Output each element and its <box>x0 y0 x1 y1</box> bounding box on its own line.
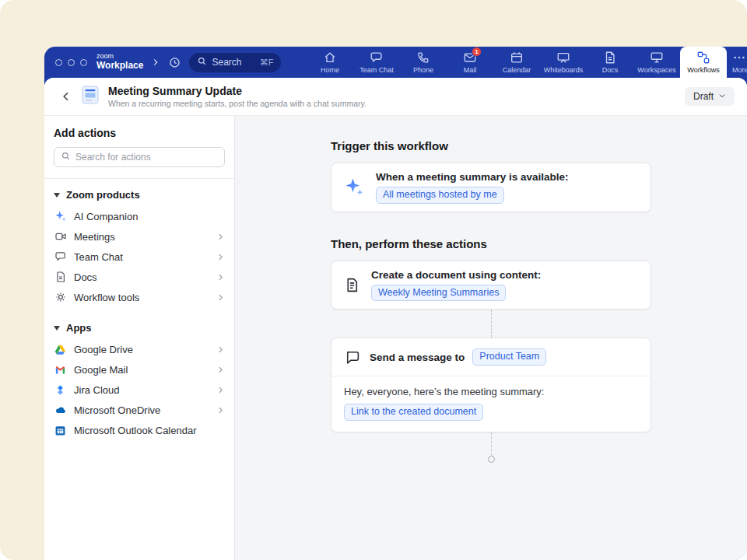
section-zoom-products[interactable]: Zoom products <box>44 182 234 206</box>
status-badge: Draft <box>693 91 714 102</box>
page-title: Meeting Summary Update <box>108 85 366 98</box>
sidebar-item-ai-companion[interactable]: AI Companion <box>44 206 234 226</box>
trigger-card[interactable]: When a meeting summary is available: All… <box>331 163 651 212</box>
calendar-icon <box>510 51 524 65</box>
nav-item-workflows[interactable]: Workflows <box>680 47 727 78</box>
onedrive-icon <box>54 404 67 417</box>
top-navbar: zoom Workplace Search ⌘F <box>44 47 747 78</box>
more-icon <box>732 51 746 65</box>
sidebar-item-workflow-tools[interactable]: Workflow tools <box>44 287 234 307</box>
workflow-connector-end <box>331 432 651 456</box>
window-control-dot[interactable] <box>55 59 62 66</box>
search-input[interactable] <box>75 152 218 163</box>
zoom-workplace-logo: zoom Workplace <box>96 53 143 71</box>
search-icon <box>61 150 71 164</box>
document-icon <box>344 277 360 293</box>
chevron-right-icon <box>216 406 225 415</box>
nav-item-whiteboards[interactable]: Whiteboards <box>540 47 587 78</box>
recipient-tag[interactable]: Product Team <box>472 348 546 366</box>
nav-item-more[interactable]: More <box>727 47 747 78</box>
message-body-text: Hey, everyone, here’s the meeting summar… <box>344 386 638 397</box>
mail-badge: 1 <box>472 47 482 57</box>
sidebar-item-jira-cloud[interactable]: Jira Cloud <box>44 380 234 400</box>
history-icon[interactable] <box>168 56 181 69</box>
back-button[interactable] <box>60 90 72 103</box>
sidebar-item-docs[interactable]: Docs <box>44 267 234 287</box>
sidebar-item-meetings[interactable]: Meetings <box>44 226 234 247</box>
workflows-icon <box>696 51 710 65</box>
workflow-doc-icon <box>80 85 100 108</box>
navbar-search-label: Search <box>212 57 241 68</box>
trigger-text: When a meeting summary is available: <box>376 171 569 183</box>
caret-down-icon <box>54 193 60 198</box>
sidebar-item-google-drive[interactable]: Google Drive <box>44 339 234 359</box>
document-content-tag[interactable]: Weekly Meeting Summaries <box>371 285 506 302</box>
outlook-calendar-icon <box>54 424 67 437</box>
docs-icon <box>54 271 67 284</box>
sidebar-divider <box>44 178 234 179</box>
trigger-heading: Trigger this workflow <box>331 139 747 152</box>
sidebar-item-microsoft-outlook-calendar[interactable]: Microsoft Outlook Calendar <box>44 420 234 440</box>
chevron-right-icon <box>216 345 225 354</box>
caret-down-icon <box>54 326 60 331</box>
document-link-tag[interactable]: Link to the created document <box>344 404 483 421</box>
nav-item-docs[interactable]: Docs <box>587 47 633 78</box>
google-mail-icon <box>54 363 67 376</box>
workflow-connector <box>331 310 651 338</box>
jira-icon <box>54 383 67 397</box>
sidebar-item-google-mail[interactable]: Google Mail <box>44 359 234 380</box>
whiteboards-icon <box>556 51 570 65</box>
trigger-scope-tag[interactable]: All meetings hosted by me <box>376 187 504 204</box>
chat-bubble-icon <box>344 349 360 366</box>
workflow-canvas: Trigger this workflow When a meeting sum… <box>235 116 747 560</box>
chevron-right-icon <box>216 386 225 394</box>
gear-icon <box>54 291 67 304</box>
send-message-card[interactable]: Send a message to Product Team Hey, ever… <box>331 338 651 432</box>
chevron-right-icon <box>216 233 225 241</box>
nav-item-mail[interactable]: 1 Mail <box>447 47 493 78</box>
nav-item-phone[interactable]: Phone <box>400 47 447 78</box>
google-drive-icon <box>54 343 67 356</box>
status-dropdown[interactable]: Draft <box>685 87 735 106</box>
sidebar-item-microsoft-onedrive[interactable]: Microsoft OneDrive <box>44 400 234 420</box>
chevron-right-icon <box>216 273 225 282</box>
workflow-editor: Meeting Summary Update When a recurring … <box>44 78 747 560</box>
home-icon <box>323 51 337 65</box>
meetings-icon <box>54 230 67 243</box>
actions-sidebar: Add actions Zoom products <box>44 116 235 560</box>
actions-heading: Then, perform these actions <box>331 237 747 250</box>
phone-icon <box>416 51 430 65</box>
chevron-right-icon <box>216 293 225 302</box>
team-chat-icon <box>370 51 384 65</box>
section-apps[interactable]: Apps <box>44 315 234 339</box>
primary-navigation: Home Team Chat Phone 1 Mail Calend <box>307 47 747 78</box>
nav-item-home[interactable]: Home <box>307 47 353 78</box>
window-control-dot[interactable] <box>80 59 87 66</box>
docs-icon <box>603 51 617 65</box>
navbar-search[interactable]: Search ⌘F <box>189 53 281 72</box>
workflow-end-node <box>488 456 495 463</box>
app-window: zoom Workplace Search ⌘F <box>44 47 747 560</box>
chevron-down-icon <box>718 91 726 102</box>
team-chat-icon <box>54 250 67 264</box>
ai-sparkle-icon <box>344 177 365 198</box>
workspaces-icon <box>650 51 664 65</box>
sidebar-item-team-chat[interactable]: Team Chat <box>44 247 234 267</box>
nav-item-team-chat[interactable]: Team Chat <box>353 47 400 78</box>
window-control-dot[interactable] <box>68 59 75 66</box>
page-subtitle: When a recurring meeting starts, post th… <box>108 99 366 108</box>
create-document-card[interactable]: Create a document using content: Weekly … <box>331 261 651 310</box>
window-controls[interactable] <box>55 59 87 66</box>
nav-item-calendar[interactable]: Calendar <box>493 47 540 78</box>
nav-item-workspaces[interactable]: Workspaces <box>633 47 680 78</box>
workflow-header: Meeting Summary Update When a recurring … <box>44 78 747 115</box>
actions-search-box[interactable] <box>54 147 225 167</box>
chevron-right-icon <box>216 253 225 261</box>
sidebar-heading: Add actions <box>44 127 234 139</box>
search-icon <box>197 56 207 68</box>
desktop-background: zoom Workplace Search ⌘F <box>0 0 747 560</box>
forward-chevron-icon[interactable] <box>151 58 160 67</box>
search-shortcut: ⌘F <box>260 58 274 68</box>
ai-companion-icon <box>54 210 67 223</box>
send-message-text: Send a message to <box>370 352 465 363</box>
